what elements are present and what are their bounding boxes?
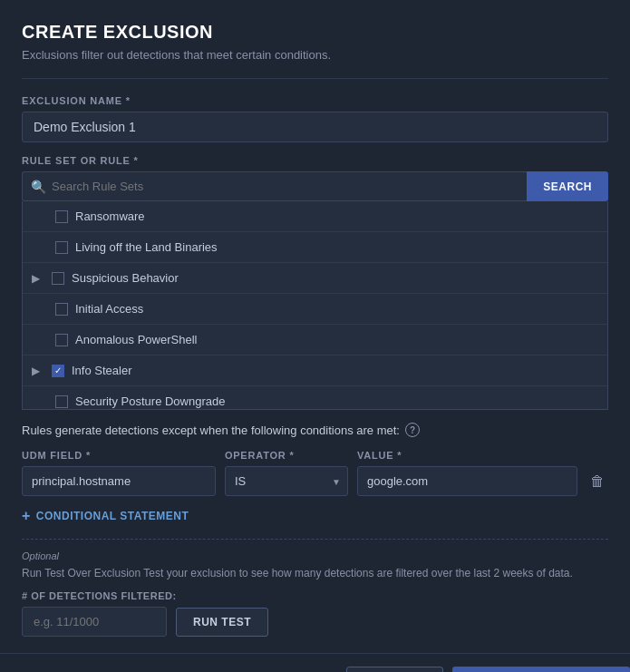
- list-item[interactable]: ▶ Initial Access: [23, 294, 607, 325]
- value-field-group: VALUE *: [357, 450, 577, 496]
- anomalous-ps-label: Anomalous PowerShell: [75, 333, 197, 346]
- rule-set-search-input[interactable]: [22, 171, 527, 201]
- rule-set-section: RULE SET OR RULE * 🔍 SEARCH ▶ Ransomware…: [22, 155, 608, 410]
- divider-top: [22, 78, 608, 79]
- footer: Enable Exclusion upon creation DISCARD A…: [0, 653, 630, 672]
- exclusion-name-input[interactable]: [22, 112, 608, 142]
- living-land-label: Living off the Land Binaries: [75, 240, 218, 254]
- run-test-description: Run Test Over Exclusion Test your exclus…: [22, 565, 608, 581]
- page-title: CREATE EXCLUSION: [22, 22, 608, 43]
- value-label: VALUE *: [357, 450, 577, 461]
- udm-field-group: UDM FIELD *: [22, 450, 216, 496]
- discard-button[interactable]: DISCARD: [346, 667, 443, 672]
- udm-field-input[interactable]: [22, 466, 216, 496]
- living-land-checkbox[interactable]: [55, 241, 68, 254]
- search-input-wrap: 🔍: [22, 171, 527, 201]
- help-icon[interactable]: ?: [405, 423, 420, 437]
- list-item[interactable]: ▶ Ransomware: [23, 201, 607, 232]
- ransomware-checkbox[interactable]: [55, 210, 68, 223]
- udm-label: UDM FIELD *: [22, 450, 216, 461]
- conditions-text: Rules generate detections except when th…: [22, 423, 608, 437]
- rule-list: ▶ Ransomware ▶ Living off the Land Binar…: [22, 201, 608, 410]
- rule-set-label: RULE SET OR RULE *: [22, 155, 608, 166]
- list-item[interactable]: ▶ Security Posture Downgrade: [23, 386, 607, 410]
- conditions-section: Rules generate detections except when th…: [22, 423, 608, 524]
- ransomware-label: Ransomware: [75, 209, 145, 223]
- conditions-description: Rules generate detections except when th…: [22, 424, 400, 437]
- exclusion-name-label: EXCLUSION NAME *: [22, 95, 608, 106]
- suspicious-behavior-checkbox[interactable]: [52, 272, 64, 285]
- search-icon: 🔍: [31, 180, 46, 194]
- optional-label: Optional: [22, 550, 608, 561]
- page-subtitle: Exclusions filter out detections that me…: [22, 48, 608, 62]
- security-posture-checkbox[interactable]: [55, 395, 68, 408]
- add-conditional-button[interactable]: + CONDITIONAL STATEMENT: [22, 508, 608, 524]
- run-test-section: Optional Run Test Over Exclusion Test yo…: [22, 550, 608, 637]
- chevron-right-icon: ▶: [32, 365, 44, 377]
- delete-condition-button[interactable]: 🗑: [586, 466, 608, 497]
- info-stealer-checkbox[interactable]: [52, 365, 64, 377]
- add-conditional-label: CONDITIONAL STATEMENT: [36, 510, 189, 522]
- security-posture-label: Security Posture Downgrade: [75, 394, 225, 408]
- operator-select-wrap: IS IS NOT CONTAINS STARTS WITH ▼: [225, 466, 348, 496]
- suspicious-behavior-label: Suspicious Behavior: [72, 271, 179, 285]
- plus-icon: +: [22, 508, 31, 524]
- list-item[interactable]: ▶ Anomalous PowerShell: [23, 325, 607, 355]
- info-stealer-label: Info Stealer: [72, 364, 132, 377]
- initial-access-label: Initial Access: [75, 302, 143, 316]
- run-test-button[interactable]: RUN TEST: [176, 608, 268, 637]
- exclusion-name-section: EXCLUSION NAME *: [22, 95, 608, 155]
- operator-label: OPERATOR *: [225, 450, 348, 461]
- detections-label: # OF DETECTIONS FILTERED:: [22, 590, 608, 601]
- search-row: 🔍 SEARCH: [22, 171, 608, 201]
- footer-buttons: DISCARD ADD RULE EXCLUSION: [346, 667, 630, 672]
- operator-select[interactable]: IS IS NOT CONTAINS STARTS WITH: [225, 466, 348, 496]
- list-item[interactable]: ▶ Living off the Land Binaries: [23, 232, 607, 263]
- detections-input[interactable]: [22, 607, 167, 637]
- chevron-right-icon: ▶: [32, 272, 44, 285]
- value-field-input[interactable]: [357, 466, 577, 496]
- conditions-fields-row: UDM FIELD * OPERATOR * IS IS NOT CONTAIN…: [22, 450, 608, 497]
- add-rule-exclusion-button[interactable]: ADD RULE EXCLUSION: [452, 667, 630, 672]
- list-item[interactable]: ▶ Info Stealer: [23, 355, 607, 386]
- dashed-divider: [22, 539, 608, 540]
- initial-access-checkbox[interactable]: [55, 303, 68, 316]
- operator-field-group: OPERATOR * IS IS NOT CONTAINS STARTS WIT…: [225, 450, 348, 496]
- list-item[interactable]: ▶ Suspicious Behavior: [23, 263, 607, 294]
- search-button[interactable]: SEARCH: [527, 171, 608, 201]
- anomalous-ps-checkbox[interactable]: [55, 334, 68, 346]
- run-row: RUN TEST: [22, 607, 608, 637]
